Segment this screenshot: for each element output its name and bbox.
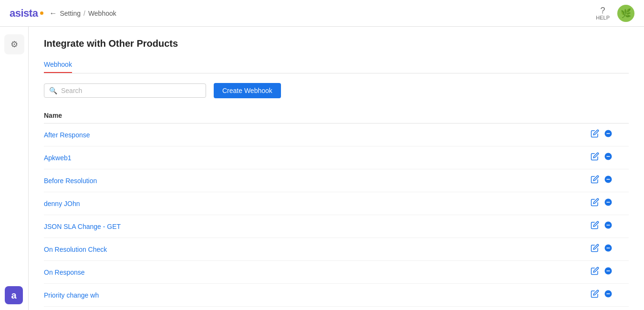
delete-icon[interactable] [604,267,613,278]
col-actions-header [591,112,629,119]
table-row: Priority change wh [44,284,629,307]
table-row: Before Resolution [44,169,629,192]
edit-icon[interactable] [591,175,599,186]
webhook-name[interactable]: JSON SLA Change - GET [44,223,591,230]
col-name-header: Name [44,112,591,119]
webhook-name[interactable]: denny JOhn [44,200,591,207]
table-row: On Response [44,261,629,284]
logo: asista [10,7,43,20]
bottom-sidebar: a [5,286,23,304]
toolbar: 🔍 Create Webhook [44,83,629,98]
row-actions [591,129,629,140]
webhook-list: After ResponseApkweb1Before Resolutionde… [44,124,629,310]
webhook-name[interactable]: After Response [44,131,591,139]
row-actions [591,152,629,163]
back-button[interactable]: ← [49,9,57,18]
table-row: On Resolution Check [44,238,629,261]
edit-icon[interactable] [591,289,599,300]
main-content: Integrate with Other Products Webhook 🔍 … [29,27,644,310]
breadcrumb-setting[interactable]: Setting [60,10,81,17]
logo-dot [40,11,43,15]
breadcrumb-separator: / [83,10,85,17]
row-actions [591,198,629,209]
table-row: After Response [44,124,629,146]
sidebar: ⚙ [0,27,29,310]
help-icon: ? [601,6,605,15]
breadcrumb-current: Webhook [88,10,116,17]
edit-icon[interactable] [591,244,599,255]
search-box: 🔍 [44,83,206,98]
tabs: Webhook [44,57,629,73]
webhook-name[interactable]: Before Resolution [44,177,591,185]
breadcrumb: ← Setting / Webhook [49,9,116,18]
row-actions [591,221,629,232]
search-icon: 🔍 [49,87,57,94]
edit-icon[interactable] [591,152,599,163]
webhook-name[interactable]: On Resolution Check [44,246,591,253]
help-label: HELP [596,15,610,21]
create-webhook-button[interactable]: Create Webhook [214,83,281,98]
row-actions [591,244,629,255]
table-row: Apkweb1 [44,146,629,169]
bottom-app-icon[interactable]: a [5,286,23,304]
row-actions [591,267,629,278]
table-row: SLA Policy [44,307,629,310]
layout: ⚙ Integrate with Other Products Webhook … [0,27,644,310]
edit-icon[interactable] [591,129,599,140]
gear-icon: ⚙ [10,39,18,50]
logo-text: asista [10,7,38,20]
delete-icon[interactable] [604,289,613,300]
edit-icon[interactable] [591,198,599,209]
webhook-name[interactable]: On Response [44,269,591,276]
delete-icon[interactable] [604,244,613,255]
nav-left: asista ← Setting / Webhook [10,7,116,20]
delete-icon[interactable] [604,129,613,140]
delete-icon[interactable] [604,198,613,209]
webhook-name[interactable]: Apkweb1 [44,154,591,162]
sidebar-gear-button[interactable]: ⚙ [4,34,24,54]
top-navigation: asista ← Setting / Webhook ? HELP 🌿 [0,0,644,27]
table-row: denny JOhn [44,192,629,215]
table-row: JSON SLA Change - GET [44,215,629,238]
delete-icon[interactable] [604,152,613,163]
page-title: Integrate with Other Products [44,38,629,49]
edit-icon[interactable] [591,221,599,232]
edit-icon[interactable] [591,267,599,278]
search-input[interactable] [61,87,201,94]
nav-right: ? HELP 🌿 [596,5,634,22]
tab-webhook[interactable]: Webhook [44,57,72,73]
help-button[interactable]: ? HELP [596,6,610,21]
table-header: Name [44,108,629,124]
avatar[interactable]: 🌿 [617,5,634,22]
webhook-name[interactable]: Priority change wh [44,291,591,299]
row-actions [591,289,629,300]
delete-icon[interactable] [604,221,613,232]
delete-icon[interactable] [604,175,613,186]
row-actions [591,175,629,186]
